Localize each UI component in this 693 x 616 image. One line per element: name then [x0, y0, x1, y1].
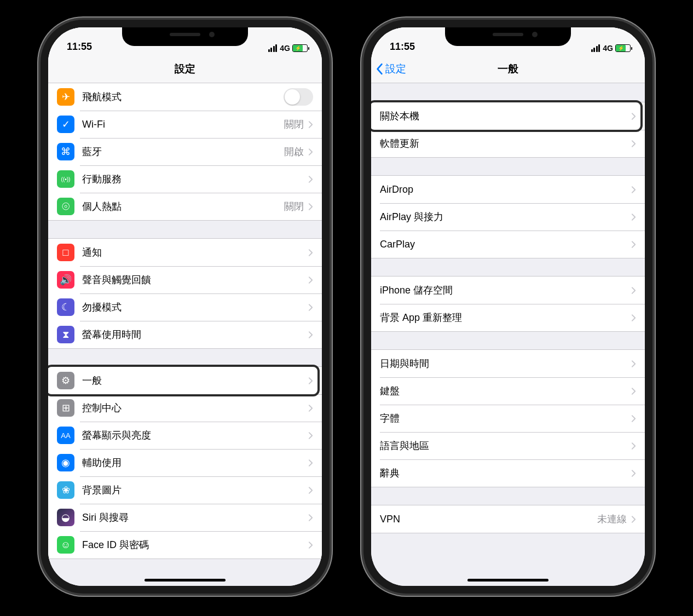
chevron-right-icon: [308, 541, 313, 549]
row-label: 控制中心: [82, 401, 308, 414]
row-AirDrop[interactable]: AirDrop: [371, 176, 645, 203]
row-螢幕顯示與亮度[interactable]: AA螢幕顯示與亮度: [48, 422, 322, 449]
home-indicator[interactable]: [145, 579, 226, 582]
row-聲音與觸覺回饋[interactable]: 🔊聲音與觸覺回饋: [48, 266, 322, 293]
row-label: 背景 App 重新整理: [380, 311, 631, 324]
row-關於本機[interactable]: 關於本機: [371, 102, 645, 130]
screentime-icon: ⧗: [57, 326, 74, 343]
notch: [122, 27, 248, 46]
row-軟體更新[interactable]: 軟體更新: [371, 130, 645, 157]
chevron-right-icon: [308, 120, 313, 129]
signal-icon: [268, 44, 278, 52]
row-label: iPhone 儲存空間: [380, 284, 631, 297]
row-label: 鍵盤: [380, 384, 631, 398]
chevron-right-icon: [631, 469, 636, 477]
chevron-right-icon: [631, 360, 636, 368]
notifications-icon: □: [57, 244, 74, 261]
chevron-right-icon: [631, 515, 636, 523]
status-time: 11:55: [67, 41, 92, 53]
row-detail: 開啟: [284, 145, 304, 158]
row-語言與地區[interactable]: 語言與地區: [371, 432, 645, 459]
display-icon: AA: [57, 427, 74, 444]
chevron-right-icon: [308, 514, 313, 522]
row-label: 螢幕使用時間: [82, 328, 308, 341]
chevron-right-icon: [631, 240, 636, 249]
siri-icon: ◒: [57, 509, 74, 526]
screen-general: 11:55 4G ⚡ 設定 一般 關於本機軟體更新AirDropAirPlay …: [371, 27, 645, 586]
phone-right: 11:55 4G ⚡ 設定 一般 關於本機軟體更新AirDropAirPlay …: [371, 27, 645, 586]
row-螢幕使用時間[interactable]: ⧗螢幕使用時間: [48, 321, 322, 348]
chevron-right-icon: [631, 140, 636, 148]
home-indicator[interactable]: [467, 579, 548, 582]
row-Face ID 與密碼[interactable]: ☺Face ID 與密碼: [48, 531, 322, 559]
chevron-right-icon: [308, 331, 313, 339]
row-label: 輔助使用: [82, 456, 308, 469]
row-iPhone 儲存空間[interactable]: iPhone 儲存空間: [371, 277, 645, 304]
status-right: 4G ⚡: [591, 44, 631, 53]
control-center-icon: ⊞: [57, 399, 74, 417]
row-label: VPN: [380, 514, 597, 525]
row-detail: 未連線: [597, 513, 627, 526]
row-背景 App 重新整理[interactable]: 背景 App 重新整理: [371, 304, 645, 331]
battery-icon: ⚡: [615, 44, 631, 52]
row-背景圖片[interactable]: ❀背景圖片: [48, 476, 322, 504]
row-控制中心[interactable]: ⊞控制中心: [48, 394, 322, 422]
dnd-icon: ☾: [57, 298, 74, 316]
row-label: 藍牙: [82, 145, 284, 158]
chevron-right-icon: [308, 459, 313, 467]
row-勿擾模式[interactable]: ☾勿擾模式: [48, 293, 322, 321]
row-label: 勿擾模式: [82, 301, 308, 314]
row-鍵盤[interactable]: 鍵盤: [371, 377, 645, 405]
toggle-switch[interactable]: [284, 88, 313, 106]
row-AirPlay 與接力[interactable]: AirPlay 與接力: [371, 203, 645, 231]
general-list[interactable]: 關於本機軟體更新AirDropAirPlay 與接力CarPlayiPhone …: [371, 83, 645, 586]
row-label: 背景圖片: [82, 483, 308, 497]
row-label: 關於本機: [380, 110, 631, 123]
row-通知[interactable]: □通知: [48, 239, 322, 266]
row-日期與時間[interactable]: 日期與時間: [371, 350, 645, 377]
row-飛航模式[interactable]: ✈飛航模式: [48, 83, 322, 111]
row-label: 字體: [380, 412, 631, 425]
network-label: 4G: [280, 44, 290, 53]
row-藍牙[interactable]: ⌘藍牙開啟: [48, 138, 322, 165]
row-label: Wi-Fi: [82, 119, 284, 130]
chevron-right-icon: [308, 377, 313, 385]
hotspot-icon: ⦾: [57, 198, 74, 215]
wifi-icon: ✓: [57, 116, 74, 133]
row-一般[interactable]: ⚙一般: [48, 367, 322, 394]
chevron-left-icon: [376, 63, 383, 75]
chevron-right-icon: [308, 249, 313, 257]
row-個人熱點[interactable]: ⦾個人熱點關閉: [48, 193, 322, 220]
chevron-right-icon: [631, 442, 636, 450]
row-VPN[interactable]: VPN未連線: [371, 505, 645, 533]
row-Siri 與搜尋[interactable]: ◒Siri 與搜尋: [48, 504, 322, 531]
wallpaper-icon: ❀: [57, 481, 74, 499]
status-right: 4G ⚡: [268, 44, 308, 53]
chevron-right-icon: [631, 314, 636, 322]
settings-list[interactable]: ✈飛航模式✓Wi-Fi關閉⌘藍牙開啟((•))行動服務⦾個人熱點關閉□通知🔊聲音…: [48, 83, 322, 586]
row-CarPlay[interactable]: CarPlay: [371, 231, 645, 258]
row-label: 語言與地區: [380, 439, 631, 452]
general-icon: ⚙: [57, 372, 74, 389]
battery-icon: ⚡: [292, 44, 308, 52]
chevron-right-icon: [631, 414, 636, 423]
chevron-right-icon: [631, 186, 636, 194]
accessibility-icon: ◉: [57, 454, 74, 471]
row-Wi-Fi[interactable]: ✓Wi-Fi關閉: [48, 111, 322, 138]
screen-settings: 11:55 4G ⚡ 設定 ✈飛航模式✓Wi-Fi關閉⌘藍牙開啟((•))行動服…: [48, 27, 322, 586]
chevron-right-icon: [308, 431, 313, 440]
row-行動服務[interactable]: ((•))行動服務: [48, 165, 322, 193]
network-label: 4G: [603, 44, 613, 53]
row-辭典[interactable]: 辭典: [371, 459, 645, 487]
navbar-settings: 設定: [48, 55, 322, 83]
row-字體[interactable]: 字體: [371, 405, 645, 432]
bluetooth-icon: ⌘: [57, 143, 74, 160]
back-button[interactable]: 設定: [376, 55, 406, 83]
navbar-general: 設定 一般: [371, 55, 645, 83]
row-輔助使用[interactable]: ◉輔助使用: [48, 449, 322, 476]
page-title: 一般: [498, 62, 518, 76]
row-label: 通知: [82, 246, 308, 259]
chevron-right-icon: [308, 303, 313, 312]
chevron-right-icon: [631, 286, 636, 295]
chevron-right-icon: [631, 112, 636, 120]
